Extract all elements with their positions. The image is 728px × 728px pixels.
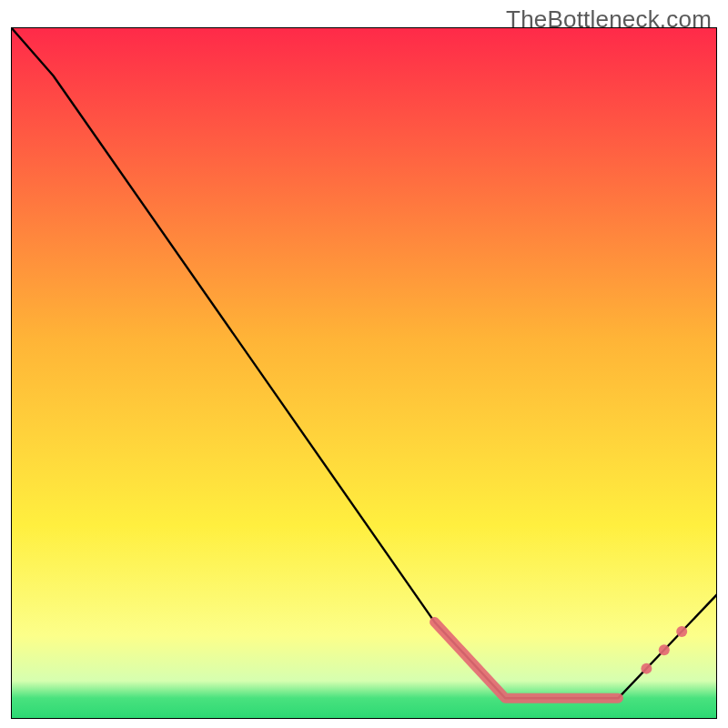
marker-dot [659, 644, 670, 655]
gradient-bg [11, 27, 717, 719]
marker-dot [641, 663, 652, 674]
chart-container: TheBottleneck.com [0, 0, 728, 728]
marker-dot [676, 626, 687, 637]
watermark-text: TheBottleneck.com [506, 5, 712, 34]
chart-svg [11, 27, 717, 719]
plot-area [11, 27, 717, 719]
